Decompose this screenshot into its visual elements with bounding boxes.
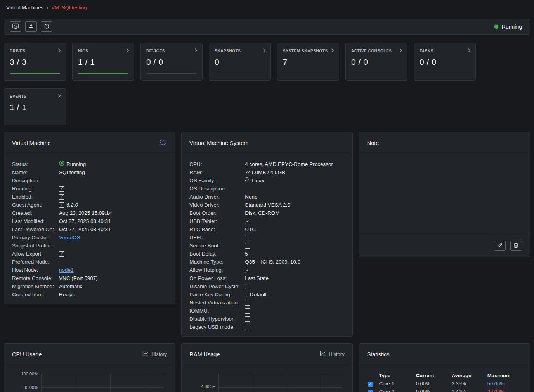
checkbox[interactable] [245,325,250,330]
panel-title: Note [367,140,379,146]
field-row: RAM:741.0MB / 4.0GB [189,168,344,176]
cpu-history-button[interactable]: History [142,351,167,357]
checkbox[interactable]: ✓ [368,382,373,387]
note-footer [359,235,530,257]
favorite-button[interactable] [160,139,167,147]
field-row: Snapshot Profile: [12,242,167,250]
stat-current: 0.00% [416,389,452,392]
checkbox[interactable] [245,316,250,322]
field-row: Boot Delay:5 [189,250,344,258]
delete-note-button[interactable] [510,241,522,251]
checkbox[interactable]: ✓ [368,390,373,392]
field-link[interactable]: VergeOS [59,233,80,242]
eject-button[interactable] [25,21,37,32]
field-row: Created from:Recipe [12,290,167,299]
field-row: RTC Base:UTC [189,225,344,233]
checkbox[interactable] [245,235,250,240]
history-icon [142,351,149,357]
field-label: On Power Loss: [189,274,245,282]
field-label: Running: [12,185,59,193]
checkbox[interactable] [245,284,250,289]
checkbox[interactable] [245,243,250,249]
field-label: Legacy USB mode: [189,323,245,331]
field-row: Allow Export:✓ [12,250,167,258]
toolbar-buttons [10,21,52,32]
chevron-right-icon [57,93,62,100]
card-title: SYSTEM SNAPSHOTS [283,49,333,53]
stats-col-type: Type [379,373,416,378]
field-value: None [245,193,257,201]
field-label: Migration Method: [12,282,59,290]
field-row: Status:Running [12,160,167,168]
checkbox[interactable]: ✓ [59,202,64,208]
field-value: 741.0MB / 4.0GB [245,168,285,176]
y-axis-label: 80.00% [24,385,38,390]
y-axis-label: 4.00GB [201,384,215,389]
field-value: Disk, CD-ROM [245,209,279,217]
stat-type: Core 1 [379,381,416,387]
summary-card-drives[interactable]: DRIVES3 / 3 [4,43,66,81]
field-row: Migration Method:Automatic [12,282,167,290]
stat-maximum-link[interactable]: 50.00% [487,381,505,387]
breadcrumb-virtual-machines[interactable]: Virtual Machines [6,5,43,10]
stat-maximum-link[interactable]: 28.00% [487,389,505,392]
chevron-right-icon [262,48,267,55]
summary-card-active-consoles[interactable]: ACTIVE CONSOLES0 / 0 [345,43,407,81]
summary-card-devices[interactable]: DEVICES0 / 0 [140,43,203,81]
virtual-machine-system-panel: Virtual Machine System CPU:4 cores, AMD … [181,132,352,337]
summary-card-snapshots[interactable]: SNAPSHOTS0 [209,43,271,81]
power-button[interactable] [41,21,52,32]
field-row: Last Powered On:Oct 27, 2025 08:40:31 [12,225,167,233]
checkbox[interactable]: ✓ [245,268,250,273]
eject-icon [28,23,34,30]
cpu-usage-panel: CPU Usage History 100.00% 80.00% [4,343,175,392]
field-value: VNC (Port 5907) [59,274,98,282]
field-row: Enabled:✓ [12,193,167,201]
field-row: Legacy USB mode: [189,323,344,331]
summary-card-tasks[interactable]: TASKS0 / 0 [414,43,476,81]
y-axis-label: 100.00% [21,371,38,376]
field-value: Running [66,160,86,168]
panel-title: RAM Usage [189,351,220,357]
field-value: Recipe [59,290,75,299]
virtual-machine-panel: Virtual Machine Status:RunningName:SQLte… [4,132,175,304]
virtual-machine-fields: Status:RunningName:SQLtestingDescription… [4,154,175,304]
console-button[interactable] [10,21,21,32]
field-label: Allow Hotplug: [189,266,245,274]
summary-card-nics[interactable]: NICS1 / 1 [72,43,134,81]
checkbox[interactable] [245,300,250,306]
ram-usage-header: RAM Usage History [182,344,352,365]
card-value: 0 [215,57,265,67]
ram-history-button[interactable]: History [320,351,344,357]
field-label: Audio Driver: [189,193,245,201]
breadcrumb: Virtual Machines › VM: SQLtesting [4,3,530,12]
edit-note-button[interactable] [494,241,506,251]
cpu-usage-chart: 100.00% 80.00% [4,374,175,392]
card-progress-bar [146,73,197,74]
field-label: Host Node: [12,266,59,274]
field-label: OS Family: [189,176,245,185]
field-row: UEFI: [189,233,344,242]
field-label: Remote Console: [12,274,59,282]
checkbox[interactable]: ✓ [59,194,64,200]
panel-title: Statistics [367,351,390,357]
field-label: Paste Key Config: [189,290,245,299]
field-label: IOMMU: [189,307,245,315]
field-row: USB Tablet:✓ [189,217,344,225]
virtual-machine-panel-header: Virtual Machine [4,132,175,154]
field-row: Host Node:node1 [12,266,167,274]
checkbox[interactable] [245,308,250,314]
field-link[interactable]: node1 [59,266,74,274]
checkbox[interactable]: ✓ [59,186,64,192]
field-row: Created:Aug 23, 2025 15:09:14 [12,209,167,217]
checkbox[interactable]: ✓ [59,251,64,257]
field-row: IOMMU: [189,307,344,315]
field-label: USB Tablet: [189,217,245,225]
field-label: Boot Delay: [189,250,245,258]
checkbox[interactable]: ✓ [245,219,250,224]
field-value: UTC [245,225,256,233]
virtual-machine-system-panel-header: Virtual Machine System [182,132,352,154]
chevron-right-icon [125,48,130,55]
summary-card-events[interactable]: EVENTS1 / 1 [4,88,66,125]
summary-card-system-snapshots[interactable]: SYSTEM SNAPSHOTS7 [277,43,339,81]
